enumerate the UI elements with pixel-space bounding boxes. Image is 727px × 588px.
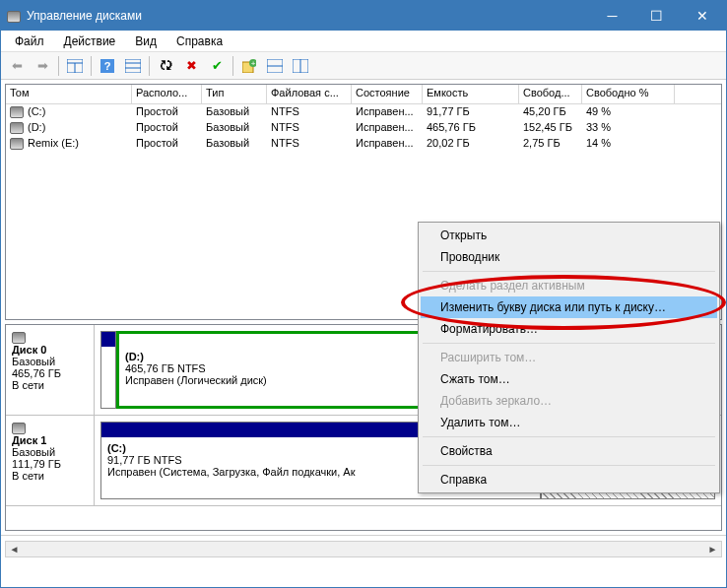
ctx-shrink-volume[interactable]: Сжать том… (421, 368, 717, 390)
volume-icon (10, 106, 24, 118)
ctx-help[interactable]: Справка (421, 469, 717, 490)
disk-1-label: Диск 1 Базовый 111,79 ГБ В сети (6, 416, 95, 505)
maximize-button[interactable]: ☐ (634, 1, 679, 31)
properties-icon[interactable]: ✔ (205, 55, 229, 77)
menu-help[interactable]: Справка (168, 33, 231, 50)
window-title: Управление дисками (27, 9, 590, 23)
volume-row[interactable]: Remix (E:) Простой Базовый NTFS Исправен… (6, 136, 721, 152)
close-button[interactable]: ✕ (679, 1, 726, 31)
refresh-icon[interactable]: 🗘 (154, 55, 177, 77)
disk-icon (12, 332, 26, 344)
col-status[interactable]: Состояние (352, 85, 423, 103)
help-icon[interactable]: ? (96, 55, 119, 77)
volume-row[interactable]: (D:) Простой Базовый NTFS Исправен... 46… (6, 120, 721, 136)
volume-icon (10, 122, 24, 134)
scroll-left-icon[interactable]: ◄ (6, 542, 23, 556)
ctx-change-drive-letter[interactable]: Изменить букву диска или путь к диску… (421, 296, 717, 318)
ctx-make-active: Сделать раздел активным (421, 275, 717, 296)
col-capacity[interactable]: Емкость (423, 85, 519, 103)
action3-icon[interactable] (289, 55, 312, 77)
table-header: Том Располо... Тип Файловая с... Состоян… (6, 85, 721, 104)
volume-icon (10, 138, 24, 150)
ctx-format[interactable]: Форматировать… (421, 318, 717, 340)
delete-icon[interactable]: ✖ (179, 55, 203, 77)
ctx-explorer[interactable]: Проводник (421, 246, 717, 268)
col-layout[interactable]: Располо... (132, 85, 202, 103)
disk-management-window: Управление дисками ─ ☐ ✕ Файл Действие В… (0, 0, 727, 588)
toolbar: ⬅ ➡ ? 🗘 ✖ ✔ + (1, 52, 726, 80)
view-list-icon[interactable] (121, 55, 145, 77)
action1-icon[interactable]: + (237, 55, 261, 77)
horizontal-scrollbar[interactable]: ◄ ► (5, 541, 722, 557)
titlebar[interactable]: Управление дисками ─ ☐ ✕ (1, 1, 726, 31)
ctx-extend-volume: Расширить том… (421, 347, 717, 368)
action2-icon[interactable] (263, 55, 287, 77)
back-button[interactable]: ⬅ (5, 55, 29, 77)
menu-view[interactable]: Вид (127, 33, 165, 50)
menu-action[interactable]: Действие (56, 33, 124, 50)
ctx-open[interactable]: Открыть (421, 225, 717, 246)
ctx-properties[interactable]: Свойства (421, 440, 717, 462)
col-fs[interactable]: Файловая с... (267, 85, 352, 103)
menu-file[interactable]: Файл (7, 33, 52, 50)
menubar: Файл Действие Вид Справка (1, 31, 726, 52)
col-volume[interactable]: Том (6, 85, 132, 103)
svg-text:+: + (251, 59, 256, 68)
disk0-extended-container (100, 331, 116, 409)
ctx-add-mirror: Добавить зеркало… (421, 390, 717, 412)
scroll-right-icon[interactable]: ► (704, 542, 721, 556)
svg-text:?: ? (104, 60, 111, 72)
app-icon (7, 9, 21, 23)
forward-button[interactable]: ➡ (31, 55, 54, 77)
col-type[interactable]: Тип (202, 85, 267, 103)
view-split-icon[interactable] (63, 55, 87, 77)
disk-0-label: Диск 0 Базовый 465,76 ГБ В сети (6, 325, 95, 415)
svg-rect-5 (125, 59, 141, 73)
col-free[interactable]: Свобод... (519, 85, 582, 103)
ctx-delete-volume[interactable]: Удалить том… (421, 412, 717, 433)
volume-row[interactable]: (C:) Простой Базовый NTFS Исправен... 91… (6, 104, 721, 120)
context-menu: Открыть Проводник Сделать раздел активны… (418, 222, 720, 493)
col-free-pct[interactable]: Свободно % (582, 85, 675, 103)
minimize-button[interactable]: ─ (590, 1, 634, 31)
disk-icon (12, 423, 26, 434)
